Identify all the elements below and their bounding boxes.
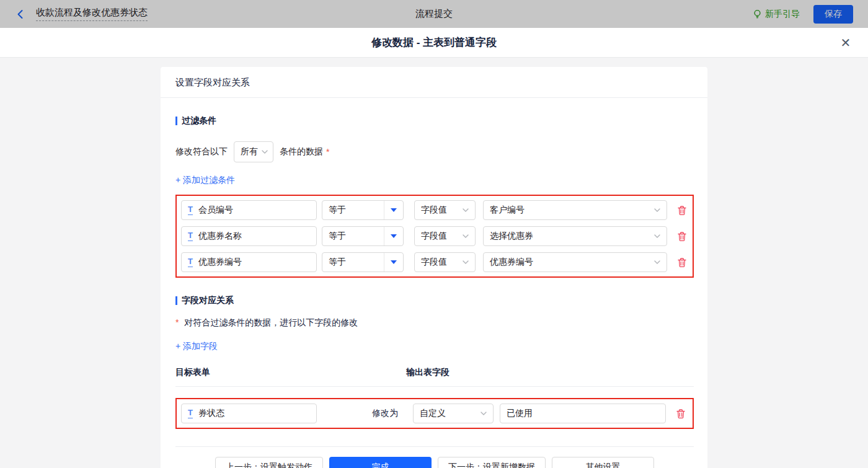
save-button[interactable]: 保存 bbox=[813, 5, 853, 24]
operator-dropdown-toggle[interactable] bbox=[384, 227, 403, 245]
delete-row-button[interactable] bbox=[677, 231, 687, 242]
value-type: 字段值 bbox=[421, 257, 447, 268]
match-prefix: 修改符合以下 bbox=[175, 146, 228, 157]
operator-select[interactable]: 等于 bbox=[322, 200, 404, 220]
close-icon[interactable]: ✕ bbox=[838, 35, 853, 50]
chevron-down-icon bbox=[463, 208, 469, 212]
chevron-down-icon bbox=[654, 234, 660, 238]
section-bar bbox=[175, 296, 177, 305]
edit-data-modal: 修改数据 - 主表到普通字段 ✕ 设置字段对应关系 过滤条件 修改符合以下 所有… bbox=[0, 28, 868, 468]
delete-row-button[interactable] bbox=[677, 205, 687, 216]
match-suffix: 条件的数据 bbox=[280, 146, 323, 157]
match-mode-select[interactable]: 所有 bbox=[234, 141, 273, 162]
triangle-down-icon bbox=[391, 260, 397, 264]
modal-body: 设置字段对应关系 过滤条件 修改符合以下 所有 条件的数据 * + 添加过滤条 bbox=[0, 58, 868, 468]
trash-icon bbox=[676, 408, 686, 419]
value: 客户编号 bbox=[490, 205, 525, 216]
add-filter-condition-link[interactable]: + 添加过滤条件 bbox=[175, 175, 235, 186]
output-field-column-header: 输出表字段 bbox=[406, 367, 450, 378]
chevron-down-icon bbox=[654, 208, 660, 212]
value-type: 字段值 bbox=[421, 231, 447, 242]
filter-rows-highlight-box: T 会员编号 等于 字段值 客户编号 bbox=[175, 195, 694, 278]
field-name: 券状态 bbox=[198, 408, 224, 419]
field-input[interactable]: T 会员编号 bbox=[181, 200, 317, 220]
custom-value: 已使用 bbox=[507, 408, 533, 419]
filter-section-label: 过滤条件 bbox=[182, 115, 216, 126]
value: 优惠券编号 bbox=[490, 257, 533, 268]
text-field-icon: T bbox=[188, 258, 193, 267]
text-field-icon: T bbox=[188, 232, 193, 241]
mapping-section-label: 字段对应关系 bbox=[182, 295, 234, 306]
filter-section-title: 过滤条件 bbox=[175, 115, 694, 126]
prev-step-button[interactable]: 上一步：设置触发动作 bbox=[215, 457, 323, 468]
value-type-select[interactable]: 字段值 bbox=[414, 200, 476, 220]
field-input[interactable]: T 券状态 bbox=[181, 404, 317, 423]
value-type: 字段值 bbox=[421, 205, 447, 216]
beginner-guide-link[interactable]: 新手引导 bbox=[753, 9, 800, 20]
page-title: 流程提交 bbox=[0, 8, 868, 20]
filter-row: T 优惠券编号 等于 字段值 优惠券编号 bbox=[181, 252, 688, 272]
field-mapping-card: 设置字段对应关系 过滤条件 修改符合以下 所有 条件的数据 * + 添加过滤条 bbox=[161, 67, 707, 468]
mode-value: 自定义 bbox=[420, 408, 446, 419]
mapping-table-header: 目标表单 输出表字段 bbox=[175, 367, 694, 387]
card-footer: 上一步：设置触发动作 完成 下一步：设置新增数据 其他设置 bbox=[175, 446, 694, 468]
text-field-icon: T bbox=[188, 409, 193, 418]
trash-icon bbox=[677, 257, 687, 268]
chevron-down-icon bbox=[262, 150, 268, 154]
mapping-row: T 券状态 修改为 自定义 已使用 bbox=[181, 404, 688, 423]
filter-row: T 会员编号 等于 字段值 客户编号 bbox=[181, 200, 688, 220]
operator-value: 等于 bbox=[322, 205, 384, 216]
field-name: 优惠券名称 bbox=[198, 231, 242, 242]
mode-select[interactable]: 自定义 bbox=[413, 404, 494, 423]
field-input[interactable]: T 优惠券名称 bbox=[181, 226, 317, 246]
required-mark: * bbox=[326, 147, 329, 157]
mapping-description-text: 对符合过滤条件的数据，进行以下字段的修改 bbox=[184, 317, 358, 327]
field-name: 优惠券编号 bbox=[198, 257, 242, 268]
add-field-link[interactable]: + 添加字段 bbox=[175, 341, 218, 352]
value-select[interactable]: 客户编号 bbox=[483, 200, 667, 220]
filter-row: T 优惠券名称 等于 字段值 选择优惠券 bbox=[181, 226, 688, 246]
triangle-down-icon bbox=[391, 208, 397, 212]
value-type-select[interactable]: 字段值 bbox=[414, 226, 476, 246]
chevron-down-icon bbox=[654, 260, 660, 264]
chevron-down-icon bbox=[463, 234, 469, 238]
operator-dropdown-toggle[interactable] bbox=[384, 201, 403, 219]
operator-value: 等于 bbox=[322, 231, 384, 242]
mapping-description: * 对符合过滤条件的数据，进行以下字段的修改 bbox=[175, 317, 694, 329]
operator-select[interactable]: 等于 bbox=[322, 226, 404, 246]
modify-to-label: 修改为 bbox=[372, 408, 398, 419]
custom-value-input[interactable]: 已使用 bbox=[500, 404, 666, 423]
mapping-rows-highlight-box: T 券状态 修改为 自定义 已使用 bbox=[175, 398, 694, 429]
delete-row-button[interactable] bbox=[676, 408, 686, 419]
required-mark: * bbox=[175, 317, 179, 327]
section-bar bbox=[175, 117, 177, 125]
value-select[interactable]: 选择优惠券 bbox=[483, 226, 667, 246]
trash-icon bbox=[677, 205, 687, 216]
value-select[interactable]: 优惠券编号 bbox=[483, 252, 667, 272]
triangle-down-icon bbox=[391, 234, 397, 238]
card-title: 设置字段对应关系 bbox=[161, 67, 707, 98]
chevron-down-icon bbox=[480, 412, 487, 415]
value: 选择优惠券 bbox=[490, 231, 533, 242]
guide-label: 新手引导 bbox=[765, 9, 800, 20]
match-mode-value: 所有 bbox=[241, 146, 258, 157]
modal-title: 修改数据 - 主表到普通字段 bbox=[371, 35, 497, 50]
next-step-button[interactable]: 下一步：设置新增数据 bbox=[438, 457, 546, 468]
field-input[interactable]: T 优惠券编号 bbox=[181, 252, 317, 272]
lightbulb-icon bbox=[753, 9, 762, 19]
target-form-column-header: 目标表单 bbox=[175, 367, 210, 378]
delete-row-button[interactable] bbox=[677, 257, 687, 268]
other-settings-button[interactable]: 其他设置 bbox=[552, 457, 654, 468]
modal-header: 修改数据 - 主表到普通字段 ✕ bbox=[0, 28, 868, 58]
chevron-down-icon bbox=[463, 260, 469, 264]
operator-dropdown-toggle[interactable] bbox=[384, 253, 403, 272]
value-type-select[interactable]: 字段值 bbox=[414, 252, 476, 272]
operator-select[interactable]: 等于 bbox=[322, 252, 404, 272]
done-button[interactable]: 完成 bbox=[329, 457, 432, 468]
match-condition-row: 修改符合以下 所有 条件的数据 * bbox=[175, 141, 694, 162]
operator-value: 等于 bbox=[322, 257, 384, 268]
field-name: 会员编号 bbox=[198, 205, 233, 216]
top-bar: 收款流程及修改优惠券状态 流程提交 新手引导 保存 bbox=[0, 0, 868, 28]
mapping-section-title: 字段对应关系 bbox=[175, 295, 694, 306]
trash-icon bbox=[677, 231, 687, 242]
